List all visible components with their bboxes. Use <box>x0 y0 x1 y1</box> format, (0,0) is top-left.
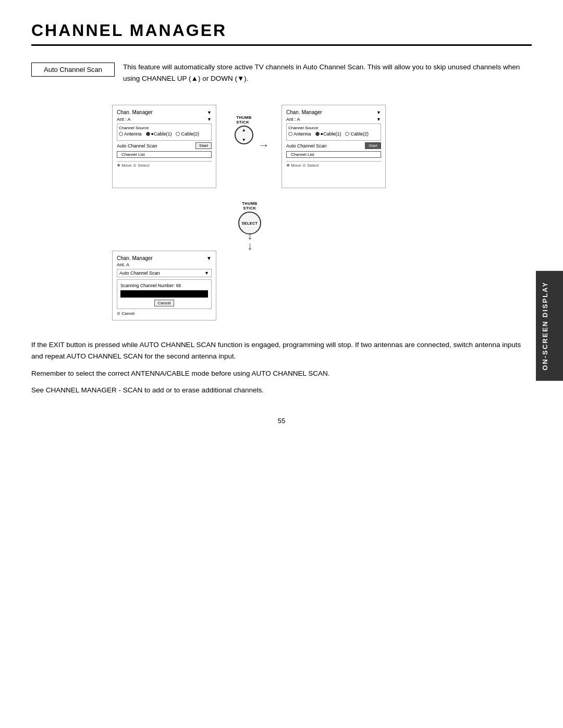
screen1-start-btn[interactable]: Start <box>195 142 212 149</box>
screen3-scanning-label: Scanning Channel Number: 66 <box>120 283 208 288</box>
screen2-ant: Ant : A <box>286 117 300 122</box>
feature-label-box: Auto Channel Scan <box>31 63 115 77</box>
scan-inner: Scanning Channel Number: 66 Cancel <box>117 279 212 309</box>
screen1-ant: Ant : A <box>117 117 131 122</box>
screen3-ant: Ant. A <box>117 262 212 267</box>
body-paragraph-2: Remember to select the correct ANTENNA/C… <box>31 368 532 379</box>
thumb-stick-1: THUMBSTICK ▲ ▼ <box>235 115 253 144</box>
screen2-dropdown-arrow: ▼ <box>376 110 381 115</box>
screen2-channel-list-btn[interactable]: Channel List <box>286 151 381 158</box>
side-tab: ON-SCREEN DISPLAY <box>536 271 563 381</box>
page-title: CHANNEL MANAGER <box>31 21 532 46</box>
screen1-antenna-option: Antenna <box>119 131 142 137</box>
arrow-left-1: ↓ <box>247 239 253 253</box>
screen2-start-btn[interactable]: Start <box>365 142 381 149</box>
screen1-dropdown-arrow: ▼ <box>207 110 212 115</box>
intro-row: Auto Channel Scan This feature will auto… <box>31 61 532 84</box>
screen1: Chan. Manager ▼ Ant : A ▼ Channel Source… <box>112 105 216 188</box>
screen2: Chan. Manager ▼ Ant : A ▼ Channel Source… <box>282 105 386 188</box>
screen2-cable2-option: Cable(2) <box>345 131 369 137</box>
screen3-footer-cancel: ⊙ Cancel <box>117 311 212 316</box>
arrow-right-1: → <box>258 139 270 152</box>
screen2-title: Chan. Manager <box>286 109 322 115</box>
screen2-source-label: Channel Source <box>288 126 379 130</box>
screen2-antenna-option: Antenna <box>288 131 311 137</box>
screen3-cancel-btn[interactable]: Cancel <box>154 300 175 306</box>
screen3: Chan. Manager ▼ Ant. A Auto Channel Scan… <box>112 251 216 320</box>
body-paragraph-3: See CHANNEL MANAGER - SCAN to add or to … <box>31 385 532 396</box>
screen1-cable2-option: Cable(2) <box>176 131 199 137</box>
body-paragraph-1: If the EXIT button is pressed while AUTO… <box>31 339 532 363</box>
screen1-source-label: Channel Source <box>119 126 210 130</box>
screen2-auto-scan-label: Auto Channel Scan <box>286 143 327 149</box>
screen1-channel-list-btn[interactable]: Channel List <box>117 151 212 158</box>
thumb-stick-1-body: ▲ ▼ <box>235 126 253 144</box>
screen1-cable1-option: ●Cable(1) <box>146 131 172 137</box>
screen3-title: Chan. Manager <box>117 255 153 261</box>
diagram-area: Chan. Manager ▼ Ant : A ▼ Channel Source… <box>31 100 532 324</box>
screen2-cable1-option: ●Cable(1) <box>315 131 341 137</box>
screen3-submenu: Auto Channel Scan <box>119 270 160 276</box>
screen1-auto-scan-label: Auto Channel Scan <box>117 143 157 149</box>
screen1-footer: ❖ Move ⊙ Select <box>117 161 212 168</box>
screen2-footer: ❖ Move ⊙ Select <box>286 161 381 168</box>
intro-text: This feature will automatically store ac… <box>123 61 532 84</box>
screen1-title: Chan. Manager <box>117 109 153 115</box>
thumb-stick-1-label: THUMBSTICK <box>236 115 252 125</box>
progress-bar <box>120 290 208 298</box>
page-number: 55 <box>31 417 532 425</box>
